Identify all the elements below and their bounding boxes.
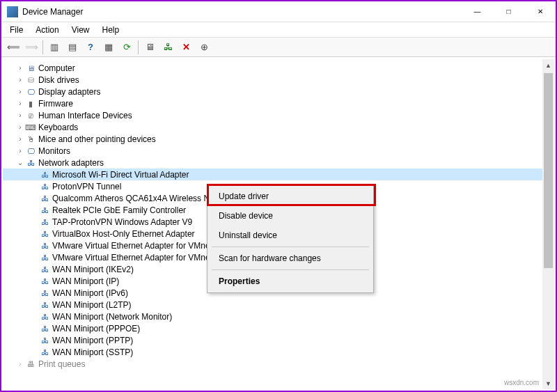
device-label: VirtualBox Host-Only Ethernet Adapter: [52, 228, 198, 240]
device-wan-sstp[interactable]: 🖧 WAN Miniport (SSTP): [3, 346, 554, 358]
category-network-adapters[interactable]: ⌄ 🖧 Network adapters: [3, 157, 554, 168]
category-mice[interactable]: › 🖱 Mice and other pointing devices: [3, 133, 554, 145]
ctx-separator: [212, 246, 369, 247]
hid-icon: ⎚: [25, 111, 36, 120]
category-keyboards[interactable]: › ⌨ Keyboards: [3, 121, 554, 133]
title-bar: Device Manager — □ ✕: [1, 1, 556, 22]
network-adapter-icon: 🖧: [39, 170, 50, 180]
device-label: WAN Miniport (SSTP): [52, 347, 136, 358]
menu-file[interactable]: File: [4, 24, 29, 36]
close-button[interactable]: ✕: [524, 1, 556, 22]
back-button[interactable]: ⟸: [5, 39, 22, 56]
expand-icon[interactable]: ›: [15, 359, 25, 370]
mouse-icon: 🖱: [25, 134, 36, 144]
device-wan-pppoe[interactable]: 🖧 WAN Miniport (PPPOE): [3, 322, 554, 334]
firmware-icon: ▮: [25, 99, 36, 109]
scroll-down-button[interactable]: ▼: [542, 377, 554, 389]
device-label: Realtek PCIe GbE Family Controller: [52, 205, 189, 216]
legacy-hardware-button[interactable]: ⊕: [196, 39, 212, 56]
network-adapter-icon: 🖧: [39, 324, 50, 334]
window-controls: — □ ✕: [462, 1, 556, 22]
category-hid[interactable]: › ⎚ Human Interface Devices: [3, 109, 554, 121]
expand-icon[interactable]: ›: [15, 75, 25, 86]
category-print-queues[interactable]: › 🖶 Print queues: [3, 358, 554, 370]
scroll-thumb[interactable]: [544, 73, 553, 268]
minimize-button[interactable]: —: [462, 1, 493, 22]
network-adapter-icon: 🖧: [39, 312, 50, 322]
toolbar-separator: [42, 40, 43, 54]
category-label: Computer: [38, 63, 78, 74]
display-icon: 🖵: [25, 87, 36, 97]
expand-icon[interactable]: ›: [15, 98, 25, 109]
menu-help[interactable]: Help: [97, 24, 125, 36]
computer-icon: 🖥: [25, 63, 36, 73]
category-display-adapters[interactable]: › 🖵 Display adapters: [3, 86, 554, 97]
app-icon: [7, 6, 18, 17]
uninstall-device-button[interactable]: ✕: [178, 39, 194, 56]
properties-button[interactable]: ▤: [64, 39, 81, 56]
category-disk-drives[interactable]: › ⛁ Disk drives: [3, 74, 554, 86]
expand-icon[interactable]: ›: [15, 63, 25, 74]
context-menu: Update driver Disable device Uninstall d…: [207, 185, 374, 293]
network-adapter-icon: 🖧: [39, 276, 50, 286]
device-label: ProtonVPN Tunnel: [52, 181, 124, 192]
menu-bar: File Action View Help: [1, 22, 556, 38]
expand-icon[interactable]: ›: [15, 122, 25, 133]
ctx-disable-device[interactable]: Disable device: [209, 206, 372, 226]
network-adapter-icon: 🖧: [39, 265, 50, 274]
ctx-separator: [212, 269, 369, 270]
device-wan-netmon[interactable]: 🖧 WAN Miniport (Network Monitor): [3, 311, 554, 322]
expand-icon[interactable]: ›: [15, 134, 25, 145]
ctx-scan-hardware[interactable]: Scan for hardware changes: [209, 249, 372, 268]
category-label: Disk drives: [38, 75, 82, 86]
network-adapter-icon: 🖧: [39, 205, 50, 215]
monitor-icon: 🖵: [25, 146, 36, 156]
device-label: WAN Miniport (IP): [52, 276, 122, 287]
ctx-properties[interactable]: Properties: [209, 272, 372, 291]
category-computer[interactable]: › 🖥 Computer: [3, 62, 554, 74]
scroll-up-button[interactable]: ▲: [542, 59, 554, 71]
device-wan-pptp[interactable]: 🖧 WAN Miniport (PPTP): [3, 334, 554, 346]
device-label: WAN Miniport (PPPOE): [52, 323, 143, 334]
network-adapter-icon: 🖧: [39, 253, 50, 262]
device-wifi-direct-adapter[interactable]: 🖧 Microsoft Wi-Fi Direct Virtual Adapter: [3, 168, 554, 180]
expand-icon[interactable]: ›: [15, 86, 25, 97]
device-label: WAN Miniport (PPTP): [52, 335, 136, 346]
expand-icon[interactable]: ›: [15, 110, 25, 121]
action-button[interactable]: ▦: [100, 39, 117, 56]
vertical-scrollbar[interactable]: ▲ ▼: [542, 59, 554, 389]
category-label: Network adapters: [38, 157, 107, 168]
expand-icon[interactable]: ›: [15, 146, 25, 157]
keyboard-icon: ⌨: [25, 123, 36, 132]
network-adapter-icon: 🖧: [39, 300, 50, 310]
device-label: VMware Virtual Ethernet Adapter for VMne…: [52, 240, 220, 251]
device-label: WAN Miniport (Network Monitor): [52, 311, 175, 322]
network-adapter-icon: 🖧: [39, 229, 50, 239]
device-wan-l2tp[interactable]: 🖧 WAN Miniport (L2TP): [3, 299, 554, 311]
show-hide-console-button[interactable]: ▥: [46, 39, 63, 56]
category-firmware[interactable]: › ▮ Firmware: [3, 97, 554, 109]
network-adapter-icon: 🖧: [39, 241, 50, 251]
category-monitors[interactable]: › 🖵 Monitors: [3, 145, 554, 157]
forward-button[interactable]: ⟹: [23, 39, 40, 56]
device-tree-panel: › 🖥 Computer › ⛁ Disk drives › 🖵 Display…: [3, 59, 554, 389]
scan-hardware-button[interactable]: ⟳: [118, 39, 135, 56]
toolbar: ⟸ ⟹ ▥ ▤ ? ▦ ⟳ 🖥 🖧 ✕ ⊕: [1, 38, 556, 57]
network-adapter-icon: 🖧: [39, 347, 50, 357]
collapse-icon[interactable]: ⌄: [15, 157, 25, 168]
network-adapter-icon: 🖧: [39, 336, 50, 345]
window-title: Device Manager: [22, 7, 462, 17]
category-label: Monitors: [38, 146, 73, 157]
menu-action[interactable]: Action: [30, 24, 64, 36]
network-icon: 🖧: [25, 158, 36, 168]
ctx-update-driver[interactable]: Update driver: [209, 187, 372, 206]
menu-view[interactable]: View: [66, 24, 95, 36]
device-label: WAN Miniport (IKEv2): [52, 264, 136, 275]
category-label: Firmware: [38, 98, 76, 109]
disable-device-button[interactable]: 🖧: [159, 39, 176, 56]
help-button[interactable]: ?: [82, 39, 99, 56]
ctx-uninstall-device[interactable]: Uninstall device: [209, 226, 372, 245]
device-label: WAN Miniport (L2TP): [52, 299, 134, 311]
maximize-button[interactable]: □: [493, 1, 524, 22]
update-driver-button[interactable]: 🖥: [141, 39, 158, 56]
